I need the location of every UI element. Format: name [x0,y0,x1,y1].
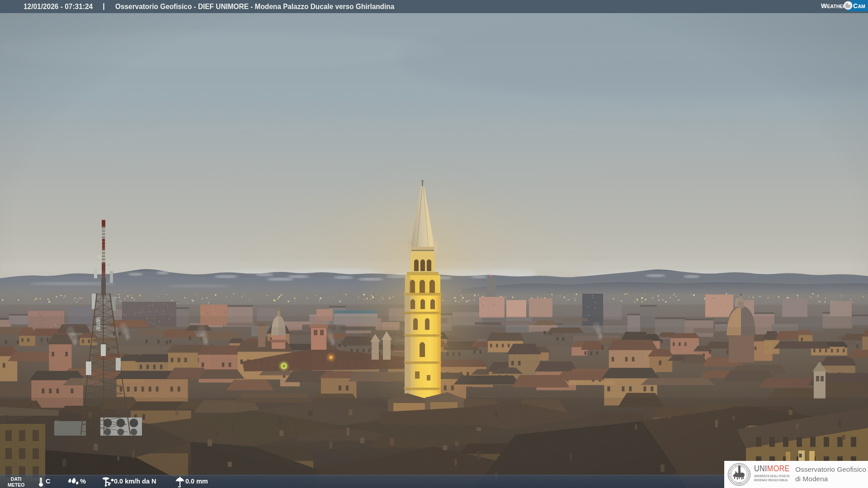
svg-text:EATHER: EATHER [827,4,847,9]
svg-text:1175: 1175 [737,482,741,484]
svg-text:AM: AM [858,4,866,9]
svg-text:C: C [853,2,858,9]
svg-text:W: W [821,2,827,9]
